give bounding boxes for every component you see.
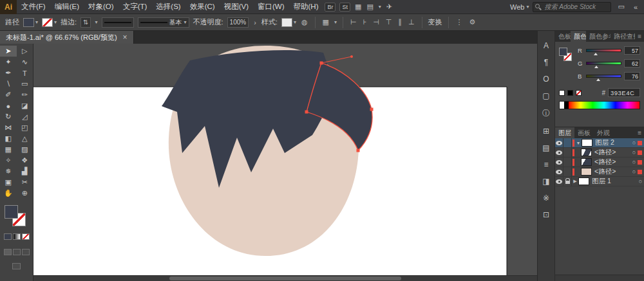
target-circle-icon[interactable]: ○: [630, 159, 638, 165]
gradient-tool[interactable]: ▨: [17, 144, 33, 155]
target-circle-icon[interactable]: ○: [630, 168, 638, 175]
slider-thumb[interactable]: [594, 53, 598, 55]
align-left-icon[interactable]: ⊢: [349, 18, 358, 26]
sublayer-row-path1[interactable]: <路径> ○: [555, 148, 644, 158]
expand-arrow-icon[interactable]: ▶: [572, 179, 578, 184]
stock-button[interactable]: St: [339, 3, 350, 12]
character-panel-icon[interactable]: A: [544, 41, 549, 50]
pencil-tool[interactable]: ✏: [17, 89, 33, 100]
align-bottom-icon[interactable]: ⊥: [407, 18, 416, 26]
transform-label[interactable]: 变换: [428, 17, 442, 27]
symbol-sprayer-tool[interactable]: ✵: [0, 166, 17, 177]
align-center-h-icon[interactable]: ⊦: [362, 18, 368, 26]
pen-tool[interactable]: ✒: [0, 68, 17, 78]
fill-swatch[interactable]: [23, 18, 34, 27]
canvas[interactable]: [33, 44, 537, 281]
stroke-weight-stepper[interactable]: ⇅: [80, 17, 91, 28]
more-options-icon[interactable]: ⋮: [455, 18, 464, 26]
fill-color-dropdown[interactable]: ▾: [23, 18, 38, 27]
visibility-toggle[interactable]: [555, 138, 564, 147]
shape-builder-tool[interactable]: ◧: [0, 133, 17, 144]
screen-mode-button[interactable]: [12, 263, 21, 269]
paragraph-panel-icon[interactable]: ¶: [544, 58, 548, 67]
brush-definition-dropdown[interactable]: 基本 ▾: [138, 17, 189, 28]
align-right-icon[interactable]: ⊣: [372, 18, 381, 26]
green-value-field[interactable]: 62: [624, 59, 640, 68]
slider-thumb[interactable]: [596, 78, 600, 81]
tab-layers[interactable]: 图层: [555, 127, 574, 138]
draw-normal-button[interactable]: [4, 249, 12, 255]
expand-arrow-icon[interactable]: ▼: [575, 141, 582, 145]
layout-chevron-icon[interactable]: ▾: [376, 4, 384, 10]
black-swatch[interactable]: [567, 90, 573, 96]
visibility-toggle[interactable]: [555, 158, 564, 167]
document-setup-icon[interactable]: ▦: [321, 18, 330, 26]
menu-object[interactable]: 对象(O): [84, 2, 118, 12]
magic-wand-tool[interactable]: ✦: [0, 57, 17, 68]
horizontal-scrollbar[interactable]: [33, 275, 537, 281]
workspace-switcher[interactable]: Web ▾: [510, 3, 529, 11]
visibility-toggle[interactable]: [555, 177, 564, 186]
gradient-mode-button[interactable]: [13, 233, 21, 240]
recolor-artwork-icon[interactable]: ◍: [300, 18, 309, 26]
align-top-icon[interactable]: ⊤: [384, 18, 393, 26]
menu-select[interactable]: 选择(S): [151, 2, 185, 12]
align-middle-v-icon[interactable]: ∥: [397, 18, 403, 26]
fill-color-swatch[interactable]: [5, 205, 18, 219]
hex-value-field[interactable]: 393E4C: [608, 88, 640, 97]
gradient-panel-icon[interactable]: ▤: [542, 143, 549, 152]
lock-toggle[interactable]: [564, 138, 572, 147]
rectangle-tool[interactable]: ▭: [17, 78, 33, 89]
menu-effect[interactable]: 效果(C): [185, 2, 220, 12]
rotate-tool[interactable]: ↻: [0, 111, 17, 122]
panel-fill-stroke-widget[interactable]: [559, 46, 574, 68]
spectrum-white[interactable]: [560, 102, 564, 109]
window-restore-icon[interactable]: ▭: [615, 3, 627, 11]
tab-artboards[interactable]: 画板: [574, 127, 594, 138]
layer-name[interactable]: <路径>: [592, 158, 630, 167]
lasso-tool[interactable]: ∿: [17, 57, 33, 68]
tab-appearance[interactable]: 外观: [594, 127, 613, 138]
sublayer-row-path2[interactable]: <路径> ○: [555, 158, 644, 167]
align-panel-icon[interactable]: ※: [543, 194, 549, 203]
slice-tool[interactable]: ✂: [17, 177, 33, 188]
bridge-button[interactable]: Br: [325, 3, 336, 12]
hand-tool[interactable]: ✋: [0, 188, 17, 199]
spectrum-black[interactable]: [564, 102, 569, 109]
tab-swatches[interactable]: 色板: [555, 31, 571, 42]
visibility-toggle[interactable]: [555, 167, 564, 176]
menu-help[interactable]: 帮助(H): [289, 2, 323, 12]
panel-fill-swatch[interactable]: [559, 48, 567, 56]
width-tool[interactable]: ⋈: [0, 122, 17, 133]
selection-tool[interactable]: ➤: [0, 46, 17, 57]
menu-window[interactable]: 窗口(W): [253, 2, 289, 12]
perspective-grid-tool[interactable]: △: [17, 133, 33, 144]
line-segment-tool[interactable]: ∖: [0, 78, 17, 89]
anchor-point[interactable]: [320, 62, 323, 65]
anchor-point[interactable]: [357, 149, 360, 152]
menu-view[interactable]: 视图(V): [220, 2, 253, 12]
eraser-tool[interactable]: ◪: [17, 100, 33, 111]
gpu-performance-icon[interactable]: ✈: [384, 3, 395, 11]
document-layout-icon[interactable]: ▤: [364, 3, 375, 11]
blob-brush-tool[interactable]: ●: [0, 100, 17, 111]
info-panel-icon[interactable]: ⓘ: [542, 108, 550, 119]
layer-name[interactable]: <路径>: [592, 167, 630, 176]
none-mode-button[interactable]: [22, 233, 30, 240]
direct-selection-tool[interactable]: ▷: [17, 46, 33, 57]
draw-inside-button[interactable]: [22, 249, 30, 255]
lock-toggle[interactable]: [564, 148, 572, 157]
stock-search-input[interactable]: [533, 2, 611, 12]
tab-pathfinder[interactable]: 路径查找: [611, 31, 635, 42]
green-slider[interactable]: [586, 62, 621, 65]
opacity-more-icon[interactable]: ›: [252, 19, 258, 26]
mesh-tool[interactable]: ▦: [0, 144, 17, 155]
width-profile-dropdown[interactable]: [102, 17, 134, 28]
type-tool[interactable]: T: [17, 68, 33, 78]
white-swatch[interactable]: [559, 90, 565, 96]
chevron-down-icon[interactable]: ▾: [334, 19, 337, 25]
column-graph-tool[interactable]: ▟: [17, 166, 33, 177]
spectrum-rainbow[interactable]: [569, 102, 639, 109]
slider-thumb[interactable]: [594, 66, 598, 68]
zoom-tool[interactable]: ⊕: [17, 188, 33, 199]
